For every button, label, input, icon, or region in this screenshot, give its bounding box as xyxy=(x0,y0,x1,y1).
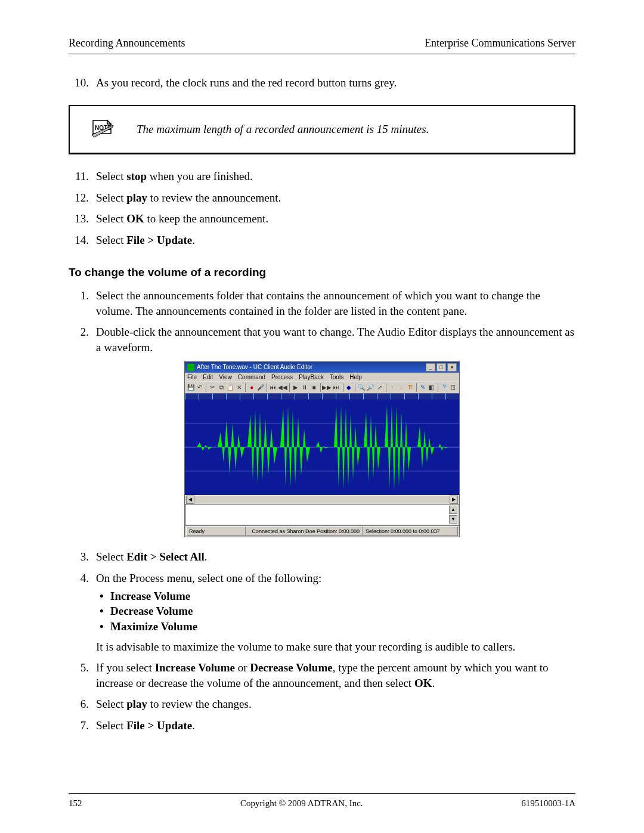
whatsthis-icon[interactable]: ⍰ xyxy=(450,383,457,392)
delete-icon[interactable]: ✕ xyxy=(236,383,243,392)
status-selection: Selection: 0:00.000 to 0:00.037 xyxy=(363,527,458,536)
tool-a-icon[interactable]: ✎ xyxy=(419,383,426,392)
tool-b-icon[interactable]: ◧ xyxy=(428,383,435,392)
svg-marker-1 xyxy=(107,120,111,124)
menu-view[interactable]: View xyxy=(219,373,232,382)
step-text: Select play to review the changes. xyxy=(96,696,575,712)
note-icon: NOTE xyxy=(88,119,117,140)
window-title: After The Tone.wav - UC Client Audio Edi… xyxy=(197,363,312,371)
bullet-item: Decrease Volume xyxy=(110,603,575,619)
stop-icon[interactable]: ■ xyxy=(310,383,317,392)
page-header: Recording Announcements Enterprise Commu… xyxy=(69,36,575,54)
maximize-button[interactable]: □ xyxy=(436,363,446,371)
step-number: 6. xyxy=(69,696,96,712)
list-item: 2. Double-click the announcement that yo… xyxy=(69,324,575,355)
undo-icon[interactable]: ↶ xyxy=(196,383,203,392)
page-footer: 152 Copyright © 2009 ADTRAN, Inc. 619510… xyxy=(69,793,575,809)
step-text: Select stop when you are finished. xyxy=(96,169,575,184)
list-item: 10. As you record, the clock runs and th… xyxy=(69,75,575,91)
secondary-pane: ▲ ▼ xyxy=(185,504,459,525)
step-number: 2. xyxy=(69,324,96,355)
step-number: 10. xyxy=(69,75,96,91)
marker-icon[interactable]: ◆ xyxy=(345,383,352,392)
copyright: Copyright © 2009 ADTRAN, Inc. xyxy=(240,797,363,809)
menu-command[interactable]: Command xyxy=(238,373,265,382)
pause-icon[interactable]: ⏸ xyxy=(301,383,308,392)
skip-start-icon[interactable]: ⏮ xyxy=(270,383,277,392)
waveform-display[interactable] xyxy=(185,400,459,495)
section-heading: To change the volume of a recording xyxy=(69,265,575,280)
scroll-up-icon[interactable]: ▲ xyxy=(449,506,457,514)
menu-playback[interactable]: PlayBack xyxy=(299,373,324,382)
list-item: 13. Select OK to keep the announcement. xyxy=(69,211,575,227)
step-text: Double-click the announcement that you w… xyxy=(96,324,575,355)
menu-help[interactable]: Help xyxy=(349,373,362,382)
step-number: 13. xyxy=(69,211,96,227)
list-item: 14. Select File > Update. xyxy=(69,233,575,248)
close-button[interactable]: × xyxy=(447,363,457,371)
vol-up-icon[interactable]: ↑ xyxy=(388,383,395,392)
step-text: Select the announcements folder that con… xyxy=(96,288,575,318)
step-text: If you select Increase Volume or Decreas… xyxy=(96,660,575,690)
play-icon[interactable]: ▶ xyxy=(292,383,299,392)
toolbar: 💾 ↶ ✂ ⧉ 📋 ✕ ● 🎤 ⏮ ◀◀ ▶ ⏸ ■ xyxy=(185,382,459,394)
window-titlebar: After The Tone.wav - UC Client Audio Edi… xyxy=(185,362,459,373)
doc-number: 619510003-1A xyxy=(521,797,575,809)
step-number: 4. xyxy=(69,571,96,654)
status-ready: Ready xyxy=(186,527,246,536)
save-icon[interactable]: 💾 xyxy=(187,383,194,392)
cut-icon[interactable]: ✂ xyxy=(209,383,216,392)
copy-icon[interactable]: ⧉ xyxy=(218,383,225,392)
fast-forward-icon[interactable]: ▶▶ xyxy=(323,383,331,392)
time-ruler xyxy=(185,394,459,400)
step-text: Select File > Update. xyxy=(96,233,575,248)
menu-tools[interactable]: Tools xyxy=(330,373,343,382)
vol-down-icon[interactable]: ↓ xyxy=(398,383,405,392)
menu-process[interactable]: Process xyxy=(271,373,293,382)
zoom-fit-icon[interactable]: ⤢ xyxy=(376,383,383,392)
record-icon[interactable]: ● xyxy=(248,383,255,392)
step-number: 14. xyxy=(69,233,96,248)
step-number: 3. xyxy=(69,549,96,565)
bullet-item: Increase Volume xyxy=(110,589,575,604)
menu-bar: File Edit View Command Process PlayBack … xyxy=(185,373,459,382)
list-item: 4. On the Process menu, select one of th… xyxy=(69,571,575,654)
rewind-icon[interactable]: ◀◀ xyxy=(278,383,287,392)
step-text: Select File > Update. xyxy=(96,718,575,733)
step-number: 11. xyxy=(69,169,96,184)
list-item: 1. Select the announcements folder that … xyxy=(69,288,575,318)
note-box: NOTE The maximum length of a recorded an… xyxy=(69,105,575,154)
vol-max-icon[interactable]: ⇈ xyxy=(407,383,414,392)
step-text: As you record, the clock runs and the re… xyxy=(96,75,575,91)
menu-edit[interactable]: Edit xyxy=(203,373,213,382)
zoom-out-icon[interactable]: 🔎 xyxy=(367,383,374,392)
header-right: Enterprise Communications Server xyxy=(425,36,575,50)
menu-file[interactable]: File xyxy=(187,373,197,382)
h-scrollbar[interactable]: ◀ ▶ xyxy=(185,495,459,504)
step-number: 1. xyxy=(69,288,96,318)
list-item: 7. Select File > Update. xyxy=(69,718,575,733)
step-number: 12. xyxy=(69,190,96,206)
note-text: The maximum length of a recorded announc… xyxy=(137,122,429,137)
paste-icon[interactable]: 📋 xyxy=(227,383,234,392)
status-bar: Ready Connected as Sharon Doe Position: … xyxy=(185,525,459,537)
scroll-right-icon[interactable]: ▶ xyxy=(450,496,458,504)
minimize-button[interactable]: _ xyxy=(426,363,435,371)
help-icon[interactable]: ? xyxy=(441,383,448,392)
mic-icon[interactable]: 🎤 xyxy=(257,383,264,392)
audio-editor-window: After The Tone.wav - UC Client Audio Edi… xyxy=(184,361,460,538)
list-item: 11. Select stop when you are finished. xyxy=(69,169,575,184)
list-item: 5. If you select Increase Volume or Decr… xyxy=(69,660,575,690)
scroll-left-icon[interactable]: ◀ xyxy=(186,496,194,504)
status-connection: Connected as Sharon Doe Position: 0:00.0… xyxy=(246,527,363,536)
app-icon xyxy=(187,364,194,371)
step-text: Select Edit > Select All. xyxy=(96,549,575,565)
list-item: 6. Select play to review the changes. xyxy=(69,696,575,712)
skip-end-icon[interactable]: ⏭ xyxy=(333,383,340,392)
step-text: On the Process menu, select one of the f… xyxy=(96,571,575,654)
page-number: 152 xyxy=(69,797,82,809)
zoom-in-icon[interactable]: 🔍 xyxy=(358,383,365,392)
page-content: 10. As you record, the clock runs and th… xyxy=(69,75,575,733)
scroll-down-icon[interactable]: ▼ xyxy=(449,515,457,524)
step-number: 7. xyxy=(69,718,96,733)
